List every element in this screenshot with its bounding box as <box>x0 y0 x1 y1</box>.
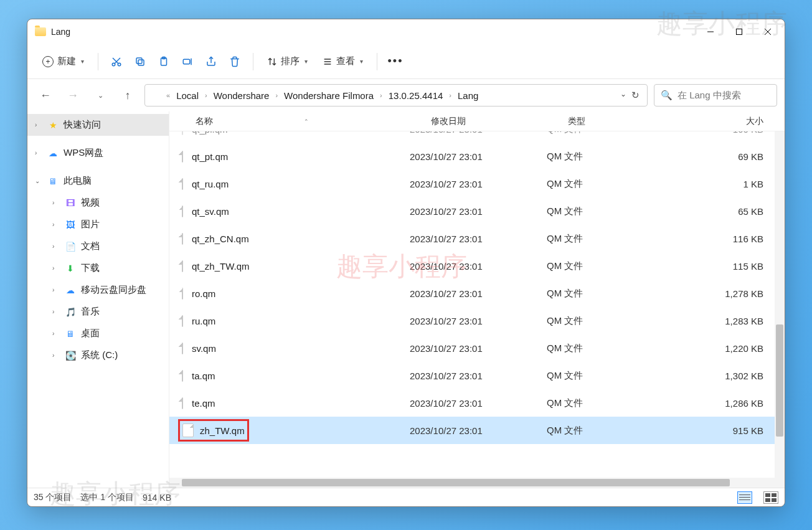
sidebar-item[interactable]: › 🖼 图片 <box>27 214 169 235</box>
maximize-button[interactable] <box>725 19 753 44</box>
file-row[interactable]: te.qm 2023/10/27 23:01 QM 文件 1,286 KB <box>169 389 775 417</box>
sidebar-label: 音乐 <box>81 306 100 318</box>
column-headers[interactable]: 名称⌃ 修改日期 类型 大小 <box>169 111 785 131</box>
scroll-thumb[interactable] <box>776 324 783 437</box>
file-row[interactable]: zh_TW.qm 2023/10/27 23:01 QM 文件 915 KB <box>169 417 775 444</box>
scroll-thumb[interactable] <box>182 479 730 486</box>
sidebar-item[interactable]: › ⬇ 下载 <box>27 257 169 279</box>
sidebar-this-pc[interactable]: ⌄ 🖥 此电脑 <box>27 170 169 192</box>
file-row[interactable]: sv.qm 2023/10/27 23:01 QM 文件 1,220 KB <box>169 334 775 362</box>
chevron-right-icon: › <box>52 330 60 337</box>
minimize-button[interactable] <box>696 19 725 44</box>
forward-button[interactable]: → <box>62 85 83 106</box>
address-bar[interactable]: « Local › Wondershare › Wondershare Film… <box>144 84 648 106</box>
vertical-scrollbar[interactable] <box>775 131 785 488</box>
sidebar-quick-access[interactable]: › ★ 快速访问 <box>27 114 169 136</box>
up-button[interactable]: ↑ <box>117 85 138 106</box>
chevron-right-icon: › <box>52 265 60 272</box>
list-icon <box>323 57 333 67</box>
file-icon <box>182 370 183 382</box>
sort-button[interactable]: 排序 ▾ <box>261 52 314 71</box>
icons-view-button[interactable] <box>763 491 778 504</box>
file-icon <box>182 424 194 437</box>
breadcrumb-segment[interactable]: Lang <box>454 88 482 103</box>
chevron-down-icon[interactable]: ⌄ <box>620 90 626 101</box>
file-icon <box>182 178 183 190</box>
sidebar-label: 移动云盘同步盘 <box>81 284 146 296</box>
refresh-button[interactable]: ↻ <box>631 90 640 101</box>
file-icon <box>182 131 183 135</box>
file-name: qt_pt.qm <box>192 151 228 162</box>
sidebar-item[interactable]: › 🎞 视频 <box>27 192 169 214</box>
file-type: QM 文件 <box>547 315 661 327</box>
more-button[interactable]: ••• <box>385 51 406 72</box>
view-button[interactable]: 查看 ▾ <box>316 52 369 71</box>
file-icon <box>182 260 183 272</box>
file-size: 1,278 KB <box>661 288 775 299</box>
pc-icon: 🖥 <box>47 176 59 187</box>
file-date: 2023/10/27 23:01 <box>410 206 547 217</box>
titlebar[interactable]: Lang <box>27 19 785 44</box>
column-name[interactable]: 名称⌃ <box>196 116 431 127</box>
file-name: ro.qm <box>192 288 215 299</box>
file-name: qt_sv.qm <box>192 206 229 217</box>
copy-button[interactable] <box>130 51 151 72</box>
new-button[interactable]: + 新建 ▾ <box>36 52 90 71</box>
breadcrumb-segment[interactable]: Wondershare Filmora <box>280 88 377 103</box>
breadcrumb-segment[interactable]: Local <box>172 88 202 103</box>
file-row[interactable]: qt_ru.qm 2023/10/27 23:01 QM 文件 1 KB <box>169 170 775 197</box>
cut-button[interactable] <box>106 51 127 72</box>
column-type[interactable]: 类型 <box>568 116 682 127</box>
sidebar[interactable]: › ★ 快速访问 › ☁ WPS网盘 ⌄ 🖥 此电脑 › 🎞 视频› 🖼 图片›… <box>27 111 169 488</box>
paste-button[interactable] <box>153 51 174 72</box>
chevron-right-icon: › <box>204 92 209 99</box>
file-list[interactable]: qt_pl.qm 2023/10/27 23:01 QM 文件 160 KBqt… <box>169 131 785 488</box>
file-row[interactable]: qt_zh_CN.qm 2023/10/27 23:01 QM 文件 116 K… <box>169 225 775 252</box>
column-size[interactable]: 大小 <box>682 116 785 127</box>
sidebar-item[interactable]: › 📄 文档 <box>27 235 169 257</box>
share-button[interactable] <box>201 51 222 72</box>
file-type: QM 文件 <box>547 178 661 190</box>
file-row[interactable]: qt_zh_TW.qm 2023/10/27 23:01 QM 文件 115 K… <box>169 252 775 280</box>
svg-rect-1 <box>737 29 742 35</box>
back-button[interactable]: ← <box>35 85 56 106</box>
desk-icon: 🖥 <box>65 328 76 339</box>
delete-button[interactable] <box>224 51 245 72</box>
search-input[interactable]: 🔍 在 Lang 中搜索 <box>654 84 777 106</box>
details-view-button[interactable] <box>737 491 752 504</box>
file-date: 2023/10/27 23:01 <box>410 316 547 326</box>
view-label: 查看 <box>336 55 355 67</box>
chevron-right-icon: › <box>379 92 384 99</box>
video-icon: 🎞 <box>65 197 76 209</box>
chevron-right-icon: « <box>165 92 171 99</box>
breadcrumb-segment[interactable]: 13.0.25.4414 <box>385 88 447 103</box>
folder-icon <box>151 92 161 99</box>
file-size: 1,302 KB <box>661 371 775 381</box>
sidebar-item[interactable]: › 💽 系统 (C:) <box>27 344 169 366</box>
sidebar-wps[interactable]: › ☁ WPS网盘 <box>27 142 169 164</box>
file-size: 160 KB <box>661 131 775 135</box>
sidebar-item[interactable]: › 🖥 桌面 <box>27 323 169 344</box>
file-row[interactable]: ta.qm 2023/10/27 23:01 QM 文件 1,302 KB <box>169 362 775 389</box>
chevron-right-icon: › <box>52 308 60 315</box>
file-date: 2023/10/27 23:01 <box>410 234 547 244</box>
sidebar-label: 下载 <box>81 262 100 274</box>
file-row[interactable]: qt_pl.qm 2023/10/27 23:01 QM 文件 160 KB <box>169 131 775 143</box>
green-icon: ⬇ <box>65 263 76 274</box>
file-row[interactable]: ru.qm 2023/10/27 23:01 QM 文件 1,283 KB <box>169 307 775 334</box>
sidebar-item[interactable]: › ☁ 移动云盘同步盘 <box>27 279 169 301</box>
close-button[interactable] <box>753 19 782 44</box>
separator <box>98 53 98 70</box>
breadcrumb-segment[interactable]: Wondershare <box>210 88 273 103</box>
window-title: Lang <box>51 27 70 37</box>
recent-button[interactable]: ⌄ <box>90 85 111 106</box>
file-row[interactable]: qt_sv.qm 2023/10/27 23:01 QM 文件 65 KB <box>169 197 775 225</box>
horizontal-scrollbar[interactable] <box>169 478 775 488</box>
chevron-right-icon: › <box>35 121 42 128</box>
sidebar-item[interactable]: › 🎵 音乐 <box>27 301 169 323</box>
file-row[interactable]: qt_pt.qm 2023/10/27 23:01 QM 文件 69 KB <box>169 143 775 170</box>
file-type: QM 文件 <box>547 206 661 217</box>
rename-button[interactable] <box>177 51 198 72</box>
column-date[interactable]: 修改日期 <box>431 116 568 127</box>
file-row[interactable]: ro.qm 2023/10/27 23:01 QM 文件 1,278 KB <box>169 280 775 307</box>
